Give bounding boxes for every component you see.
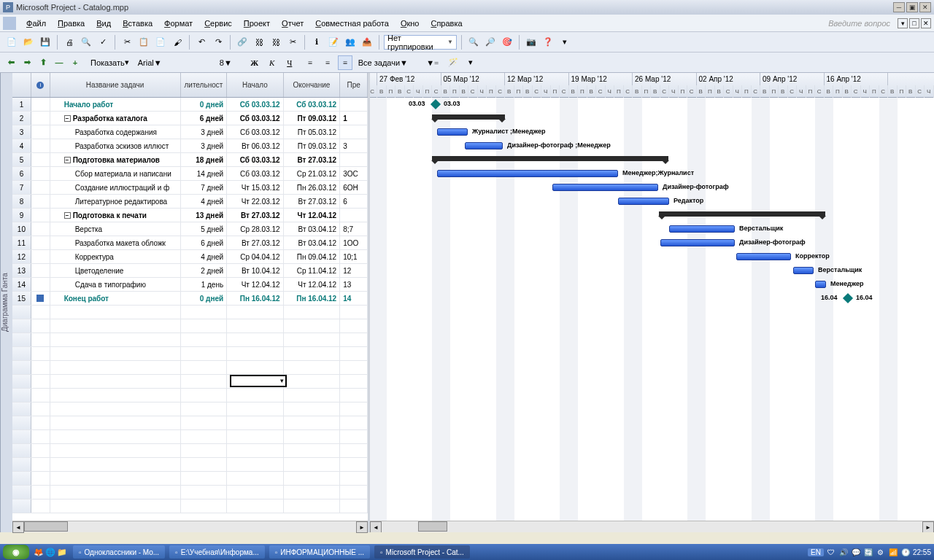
nav-back-icon[interactable]: ⬅ (4, 56, 18, 69)
end-cell[interactable]: Пн 09.04.12 (284, 250, 341, 263)
table-row[interactable]: 11Разработка макета обложк6 днейВт 27.03… (12, 236, 368, 250)
tray-icon[interactable]: 🔄 (863, 547, 873, 557)
start-cell[interactable]: Сб 03.03.12 (227, 98, 284, 111)
task-name-cell[interactable] (50, 389, 181, 402)
taskbar-item[interactable]: ▫Microsoft Project - Cat... (374, 545, 470, 559)
col-header-end[interactable]: Окончание (284, 73, 341, 97)
row-number[interactable]: 7 (12, 181, 31, 194)
col-header-pred[interactable]: Пре (340, 73, 368, 97)
align-center-button[interactable]: ≡ (320, 55, 335, 70)
scroll-thumb[interactable] (24, 521, 68, 532)
start-cell[interactable] (227, 430, 284, 443)
menu-Отчет[interactable]: Отчет (276, 15, 309, 31)
task-name-cell[interactable] (50, 347, 181, 360)
end-cell[interactable]: Пт 09.03.12 (284, 139, 341, 152)
row-number[interactable] (12, 361, 31, 374)
taskbar-item[interactable]: ▫ИНФОРМАЦИОННЫЕ ... (269, 545, 370, 559)
task-name-cell[interactable] (50, 486, 181, 499)
duration-cell[interactable]: 5 дней (181, 222, 228, 236)
table-row[interactable] (12, 347, 368, 361)
help-search[interactable]: Введите вопрос (828, 19, 895, 28)
tray-icon[interactable]: 🔊 (838, 547, 849, 557)
table-row[interactable] (12, 402, 368, 416)
grouping-combo[interactable]: Нет группировки▼ (384, 35, 457, 50)
duration-cell[interactable] (181, 361, 228, 374)
table-row[interactable]: 14Сдача в типографию1 деньЧт 12.04.12Чт … (12, 278, 368, 292)
gantt-bar[interactable] (437, 128, 468, 136)
table-row[interactable] (12, 472, 368, 486)
duration-cell[interactable]: 3 дней (181, 125, 228, 139)
row-number[interactable]: 5 (12, 153, 31, 166)
end-cell[interactable] (284, 458, 341, 471)
gantt-bar[interactable] (432, 114, 505, 120)
end-cell[interactable]: Ср 21.03.12 (284, 167, 341, 180)
start-cell[interactable]: Сб 03.03.12 (227, 125, 284, 139)
quicklaunch-icon[interactable]: 🌐 (45, 548, 55, 557)
table-row[interactable]: 2−Разработка каталога6 днейСб 03.03.12Пт… (12, 112, 368, 125)
task-name-cell[interactable] (50, 402, 181, 416)
start-cell[interactable]: Ср 04.04.12 (227, 250, 284, 263)
select-all-corner[interactable] (12, 73, 31, 97)
minimize-button[interactable]: ─ (893, 2, 905, 12)
row-number[interactable] (12, 347, 31, 360)
task-name-cell[interactable] (50, 319, 181, 332)
task-name-cell[interactable]: Конец работ (50, 292, 181, 305)
task-name-cell[interactable]: −Подготовка материалов (50, 153, 181, 166)
redo-icon[interactable]: ↷ (211, 35, 225, 50)
split-task-icon[interactable]: ✂ (285, 35, 300, 50)
view-bar-label[interactable]: Диаграмма Ганта (0, 73, 12, 532)
table-row[interactable]: 9−Подготовка к печати13 днейВт 27.03.12Ч… (12, 209, 368, 222)
end-cell[interactable]: Чт 12.04.12 (284, 278, 341, 291)
menu-Проект[interactable]: Проект (238, 15, 276, 31)
pred-cell[interactable] (340, 375, 368, 388)
row-number[interactable]: 14 (12, 278, 31, 291)
bold-button[interactable]: Ж (247, 55, 262, 70)
start-cell[interactable]: Чт 12.04.12 (227, 278, 284, 291)
table-row[interactable] (12, 375, 368, 389)
end-cell[interactable]: Пн 16.04.12 (284, 292, 341, 305)
pred-cell[interactable] (340, 486, 368, 499)
font-size-combo[interactable]: 8▼ (220, 58, 242, 67)
taskbar-item[interactable]: ▫Одноклассники - Mo... (73, 545, 165, 559)
pred-cell[interactable] (340, 402, 368, 416)
start-cell[interactable]: Сб 03.03.12 (227, 167, 284, 180)
task-name-cell[interactable] (50, 333, 181, 346)
row-number[interactable]: 4 (12, 139, 31, 152)
task-name-cell[interactable]: Сбор материала и написани (50, 167, 181, 180)
open-file-icon[interactable]: 📂 (21, 35, 36, 50)
pred-cell[interactable] (340, 499, 368, 513)
goto-task-icon[interactable]: 🎯 (500, 35, 514, 50)
end-cell[interactable] (284, 486, 341, 499)
scroll-left-button[interactable]: ◄ (12, 521, 24, 533)
gantt-bar[interactable] (736, 253, 791, 260)
end-cell[interactable]: Вт 03.04.12 (284, 236, 341, 249)
duration-cell[interactable] (181, 430, 228, 443)
row-number[interactable]: 11 (12, 236, 31, 249)
duration-cell[interactable]: 6 дней (181, 236, 228, 249)
help-icon[interactable]: ❓ (541, 35, 555, 50)
end-cell[interactable] (284, 444, 341, 457)
grid-body[interactable]: 1Начало работ0 днейСб 03.03.12Сб 03.03.1… (12, 98, 368, 521)
task-name-cell[interactable]: Начало работ (50, 98, 181, 111)
table-row[interactable]: 1Начало работ0 днейСб 03.03.12Сб 03.03.1… (12, 98, 368, 112)
row-number[interactable]: 2 (12, 112, 31, 125)
task-name-cell[interactable] (50, 430, 181, 443)
project-guide-icon[interactable] (3, 17, 16, 30)
duration-cell[interactable]: 0 дней (181, 98, 228, 111)
pred-cell[interactable]: 14 (340, 292, 368, 305)
start-cell[interactable] (227, 472, 284, 485)
row-number[interactable]: 10 (12, 222, 31, 236)
underline-button[interactable]: Ч (282, 55, 297, 70)
gantt-scroll-thumb[interactable] (418, 521, 447, 532)
pred-cell[interactable]: 13 (340, 278, 368, 291)
tray-icon[interactable]: 🛡 (826, 547, 836, 557)
end-cell[interactable] (284, 375, 341, 388)
duration-cell[interactable]: 3 дней (181, 139, 228, 152)
task-name-cell[interactable]: Разработка содержания (50, 125, 181, 139)
publish-icon[interactable]: 📤 (360, 35, 374, 50)
row-number[interactable] (12, 375, 31, 388)
start-cell[interactable]: Чт 15.03.12 (227, 181, 284, 194)
milestone-marker[interactable] (843, 293, 853, 303)
duration-cell[interactable]: 7 дней (181, 181, 228, 194)
pred-cell[interactable] (340, 389, 368, 402)
